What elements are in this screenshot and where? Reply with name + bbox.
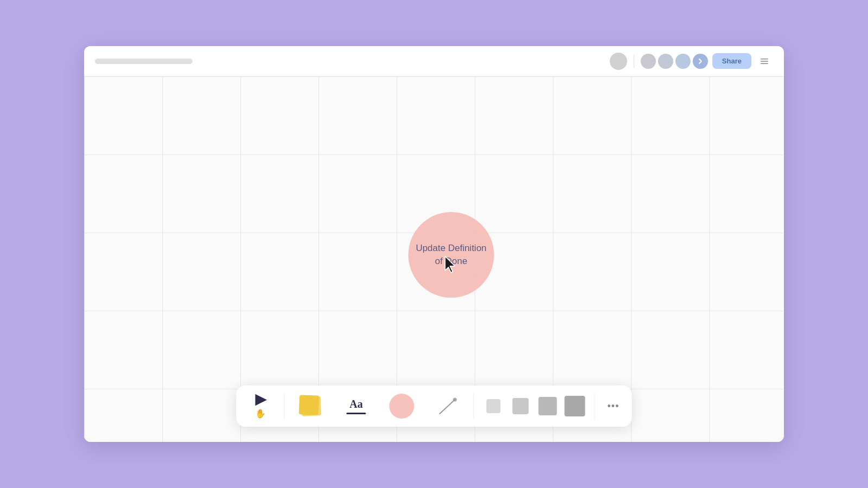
svg-rect-1 bbox=[761, 61, 768, 62]
play-icon bbox=[255, 394, 267, 406]
avatar-1[interactable] bbox=[641, 54, 656, 69]
grid-tool-medium[interactable] bbox=[509, 390, 533, 422]
stickies-tool[interactable] bbox=[292, 390, 329, 422]
divider-1 bbox=[284, 393, 285, 419]
grid-sq-large-icon bbox=[539, 397, 557, 415]
svg-line-4 bbox=[440, 400, 455, 414]
text-tool[interactable]: Aa bbox=[338, 390, 375, 422]
divider-2 bbox=[474, 393, 474, 419]
shape-circle-icon bbox=[390, 394, 414, 419]
app-window: Share Update Definition of Done bbox=[84, 46, 784, 442]
grid-sq-small-icon bbox=[487, 399, 501, 413]
toolbar: Share bbox=[84, 46, 784, 76]
stickies-icon bbox=[297, 394, 324, 418]
grid-tool-small[interactable] bbox=[482, 390, 506, 422]
line-tool-icon bbox=[434, 393, 461, 420]
breadcrumb bbox=[95, 59, 193, 64]
text-tool-icon: Aa bbox=[347, 398, 366, 414]
tool-section-text: Aa bbox=[335, 390, 378, 422]
grid-tool-large[interactable] bbox=[536, 390, 560, 422]
canvas-node[interactable]: Update Definition of Done bbox=[409, 212, 494, 298]
canvas-node-text: Update Definition of Done bbox=[409, 235, 494, 274]
svg-rect-0 bbox=[761, 59, 768, 60]
line-tool[interactable] bbox=[429, 390, 466, 422]
toolbar-left bbox=[95, 59, 193, 64]
grid-sq-medium-icon bbox=[513, 398, 529, 414]
toolbar-right: Share bbox=[610, 53, 773, 70]
text-tool-label: Aa bbox=[349, 398, 362, 410]
canvas-area[interactable]: Update Definition of Done ✋ bbox=[84, 76, 784, 442]
avatar-divider bbox=[634, 55, 634, 68]
grid-tool-xlarge[interactable] bbox=[563, 390, 587, 422]
tool-section-shape bbox=[380, 390, 424, 422]
tool-section-more: ••• bbox=[599, 395, 628, 417]
hand-icon: ✋ bbox=[255, 408, 266, 419]
tool-section-line bbox=[426, 390, 469, 422]
play-hand-tool[interactable]: ✋ bbox=[244, 390, 277, 422]
avatar-2[interactable] bbox=[658, 54, 673, 69]
svg-rect-2 bbox=[761, 63, 768, 64]
menu-button[interactable] bbox=[756, 53, 773, 70]
divider-3 bbox=[595, 393, 595, 419]
sticky-front bbox=[299, 395, 319, 415]
tool-section-grids bbox=[478, 390, 590, 422]
avatar-group bbox=[641, 54, 708, 69]
tool-section-play: ✋ bbox=[241, 390, 280, 422]
shape-tool[interactable] bbox=[384, 390, 420, 422]
grid-sq-xlarge-icon bbox=[565, 396, 585, 416]
avatar-main[interactable] bbox=[610, 53, 627, 70]
avatar-3[interactable] bbox=[675, 54, 691, 69]
text-underline bbox=[347, 413, 366, 414]
tool-section-stickies bbox=[289, 390, 333, 422]
bottom-toolbar: ✋ Aa bbox=[237, 386, 632, 427]
avatar-arrow[interactable] bbox=[693, 54, 708, 69]
more-button[interactable]: ••• bbox=[603, 395, 624, 417]
share-button[interactable]: Share bbox=[712, 53, 751, 69]
grid-tool-group bbox=[482, 390, 587, 422]
